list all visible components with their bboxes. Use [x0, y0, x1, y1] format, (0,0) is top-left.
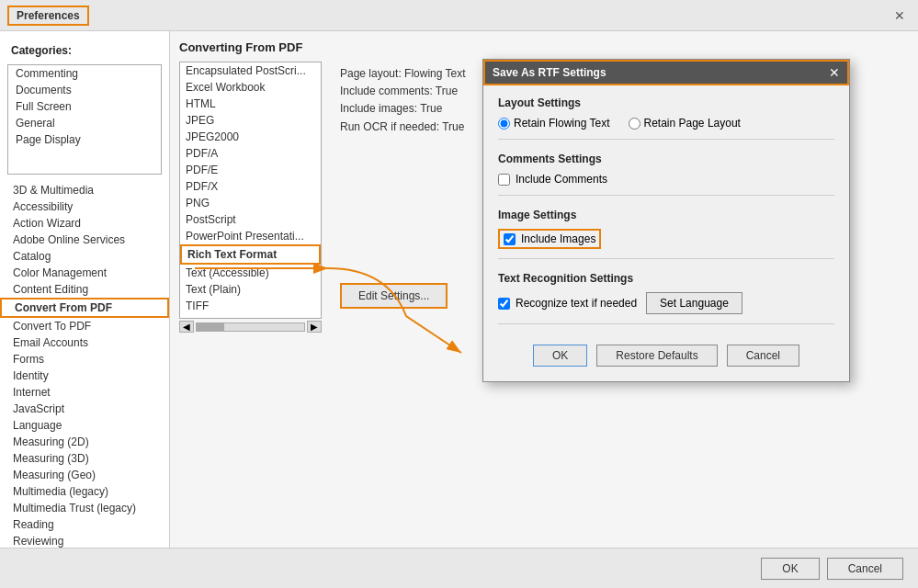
section-title: Converting From PDF: [179, 40, 909, 54]
recognize-text-checkbox[interactable]: Recognize text if needed: [498, 297, 637, 310]
format-list-item[interactable]: JPEG2000: [180, 129, 321, 145]
content-area: Converting From PDF Encapsulated PostScr…: [170, 31, 918, 548]
format-list-item[interactable]: PDF/A: [180, 145, 321, 162]
sidebar-item[interactable]: Convert To PDF: [0, 318, 169, 334]
dialog-cancel-button[interactable]: Cancel: [727, 345, 799, 367]
sidebar-item[interactable]: Color Management: [0, 265, 169, 281]
cancel-button[interactable]: Cancel: [827, 558, 903, 580]
save-as-rtf-dialog: Save As RTF Settings ✕ Layout Settings R…: [482, 59, 850, 382]
sidebar: Categories: CommentingDocumentsFull Scre…: [0, 31, 170, 548]
sidebar-top-item[interactable]: Commenting: [8, 65, 161, 82]
format-list-item[interactable]: PNG: [180, 195, 321, 211]
include-comments-checkbox[interactable]: Include Comments: [498, 173, 834, 186]
format-list-item[interactable]: Encapsulated PostScri...: [180, 62, 321, 79]
format-list-item[interactable]: HTML: [180, 96, 321, 112]
ok-button[interactable]: OK: [761, 558, 819, 580]
comments-section-title: Comments Settings: [498, 153, 834, 165]
sidebar-item[interactable]: Internet: [0, 384, 169, 401]
format-list-item[interactable]: PowerPoint Presentati...: [180, 228, 321, 244]
format-list-item[interactable]: Excel Workbook: [180, 79, 321, 96]
sidebar-item[interactable]: Identity: [0, 368, 169, 384]
format-list-item[interactable]: Rich Text Format: [180, 244, 321, 265]
format-list-item[interactable]: JPEG: [180, 112, 321, 129]
sidebar-item[interactable]: Measuring (3D): [0, 450, 169, 467]
edit-settings-button[interactable]: Edit Settings...: [340, 283, 448, 309]
categories-label: Categories:: [0, 40, 169, 64]
sidebar-item[interactable]: JavaScript: [0, 401, 169, 417]
sidebar-item[interactable]: Accessibility: [0, 198, 169, 215]
sidebar-top-item[interactable]: Full Screen: [8, 98, 161, 115]
title-bar: Preferences ✕: [0, 0, 918, 31]
format-list-item[interactable]: PDF/E: [180, 162, 321, 178]
image-section-title: Image Settings: [498, 209, 834, 221]
category-list: 3D & MultimediaAccessibilityAction Wizar…: [0, 182, 169, 548]
restore-defaults-button[interactable]: Restore Defaults: [596, 345, 717, 367]
sidebar-item[interactable]: Content Editing: [0, 281, 169, 298]
sidebar-item[interactable]: Reading: [0, 516, 169, 533]
comments-settings-section: Comments Settings Include Comments: [498, 153, 834, 196]
scroll-right-btn[interactable]: ▶: [307, 321, 322, 333]
sidebar-item[interactable]: Measuring (Geo): [0, 467, 169, 483]
sidebar-item[interactable]: Language: [0, 417, 169, 434]
text-recog-section-title: Text Recognition Settings: [498, 272, 834, 285]
layout-settings-section: Layout Settings Retain Flowing Text Reta…: [498, 96, 834, 140]
sidebar-item[interactable]: 3D & Multimedia: [0, 182, 169, 198]
sidebar-item[interactable]: Forms: [0, 351, 169, 368]
image-settings-section: Image Settings Include Images: [498, 209, 834, 259]
sidebar-top-item[interactable]: Page Display: [8, 131, 161, 148]
dialog-ok-button[interactable]: OK: [533, 345, 587, 367]
sidebar-item[interactable]: Catalog: [0, 248, 169, 265]
sidebar-top-item[interactable]: Documents: [8, 82, 161, 98]
dialog-title: Save As RTF Settings: [493, 66, 606, 79]
text-recognition-section: Text Recognition Settings Recognize text…: [498, 272, 834, 324]
format-list-item[interactable]: Text (Accessible): [180, 265, 321, 281]
format-list-item[interactable]: PostScript: [180, 211, 321, 228]
dialog-title-bar: Save As RTF Settings ✕: [483, 60, 849, 85]
sidebar-item[interactable]: Email Accounts: [0, 334, 169, 351]
format-list[interactable]: Encapsulated PostScri...Excel WorkbookHT…: [179, 62, 322, 319]
include-images-checkbox[interactable]: Include Images: [498, 229, 601, 249]
sidebar-item[interactable]: Convert From PDF: [0, 298, 169, 318]
dialog-close-button[interactable]: ✕: [829, 65, 840, 80]
dialog-footer: OK Restore Defaults Cancel: [498, 337, 834, 370]
format-list-item[interactable]: PDF/X: [180, 178, 321, 195]
layout-section-title: Layout Settings: [498, 96, 834, 109]
scroll-left-btn[interactable]: ◀: [179, 321, 194, 333]
sidebar-item[interactable]: Multimedia (legacy): [0, 483, 169, 500]
preferences-title: Preferences: [7, 6, 89, 26]
sidebar-item[interactable]: Reviewing: [0, 533, 169, 548]
sidebar-item[interactable]: Measuring (2D): [0, 434, 169, 450]
sidebar-item[interactable]: Adobe Online Services: [0, 232, 169, 248]
sidebar-item[interactable]: Action Wizard: [0, 215, 169, 232]
retain-flowing-text-radio[interactable]: Retain Flowing Text: [498, 117, 610, 130]
format-list-item[interactable]: Text (Plain): [180, 281, 321, 298]
sidebar-top-item[interactable]: General: [8, 115, 161, 131]
main-close-button[interactable]: ✕: [889, 6, 911, 25]
retain-page-layout-radio[interactable]: Retain Page Layout: [629, 117, 741, 130]
format-list-item[interactable]: TIFF: [180, 298, 321, 314]
top-category-list: CommentingDocumentsFull ScreenGeneralPag…: [7, 64, 162, 175]
sidebar-item[interactable]: Multimedia Trust (legacy): [0, 500, 169, 516]
set-language-button[interactable]: Set Language: [646, 292, 742, 314]
